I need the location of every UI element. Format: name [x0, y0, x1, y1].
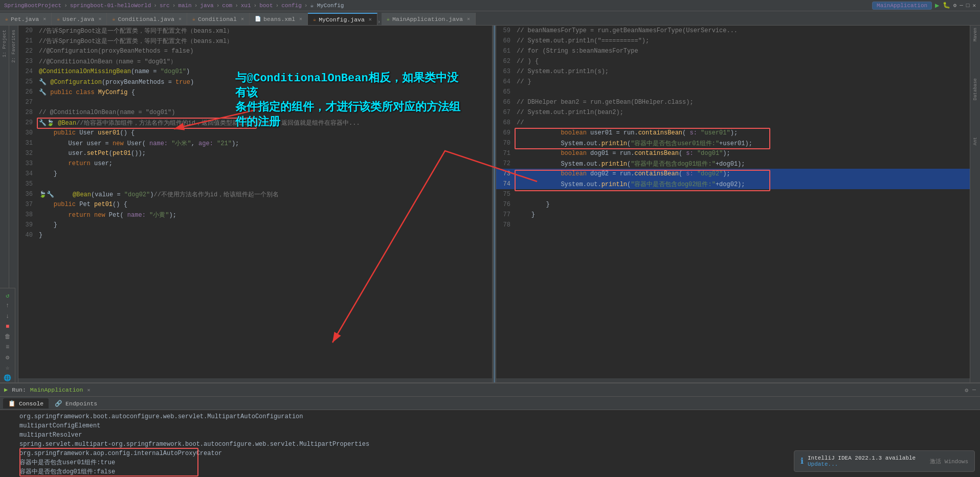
right-hscrollbar[interactable]	[496, 378, 970, 382]
breadcrumb-java[interactable]: java	[200, 3, 213, 9]
code-line-30: 30 public User user01() {	[18, 128, 492, 138]
topbar: SpringBootProject › springboot-01-helloW…	[0, 0, 980, 11]
right-code-line-70: 70 System.out.println("容器中是否包含user01组件:"…	[496, 138, 970, 148]
settings-bottom-icon[interactable]: ⚙	[3, 353, 13, 361]
editor-divider	[492, 26, 496, 382]
tab-pet-java[interactable]: ☕ Pet.java ✕	[0, 13, 52, 25]
code-line-26: 26 🔧 public class MyConfig {	[18, 87, 492, 97]
bookmark-icon[interactable]: ☆	[3, 364, 13, 372]
database-label[interactable]: Database	[973, 78, 978, 100]
ant-label[interactable]: Ant	[973, 137, 978, 145]
right-code-line-59: 59 // beanNamesForType = run.getBeanName…	[496, 26, 970, 36]
right-code-line-76: 76 }	[496, 199, 970, 210]
right-code-line-63: 63 // System.out.println(s);	[496, 66, 970, 77]
maximize-icon[interactable]: □	[966, 3, 970, 9]
tab-conditional[interactable]: ☕ Conditional ✕	[187, 13, 250, 25]
close-icon[interactable]: ✕	[972, 2, 976, 9]
sidebar-item-project[interactable]: 1: Project	[2, 30, 7, 57]
scroll-down-icon[interactable]: ↓	[3, 312, 13, 320]
run-close-icon[interactable]: ✕	[87, 387, 90, 393]
filter-icon[interactable]: ≡	[3, 343, 13, 351]
intellij-notification: ℹ IntelliJ IDEA 2022.1.3 available Updat…	[794, 450, 975, 472]
tab-overflow-arrow[interactable]: ›	[377, 19, 382, 25]
run-button[interactable]: ▶	[935, 1, 939, 10]
tabbar: ☕ Pet.java ✕ ☕ User.java ✕ ☕ Conditional…	[0, 11, 980, 26]
code-line-27: 27	[18, 97, 492, 107]
code-line-24: 24 @ConditionalOnMissingBean(name = "dog…	[18, 66, 492, 77]
breadcrumb: SpringBootProject › springboot-01-helloW…	[4, 2, 872, 9]
code-line-28: 28 // @ConditionalOnBean(name = "dog01")	[18, 107, 492, 118]
tab-conditional-java[interactable]: ☕ Conditional.java ✕	[107, 13, 187, 25]
code-line-20: 20 //告诉SpringBoot这是一个配置类，等同于配置文件（beans.x…	[18, 26, 492, 36]
clear-icon[interactable]: 🗑	[3, 333, 13, 341]
run-app-icon: ▶	[4, 386, 8, 394]
maven-label[interactable]: Maven	[973, 28, 978, 41]
right-controls: MainApplication ▶ 🐛 ⚙ ─ □ ✕	[872, 1, 976, 10]
minimize-icon[interactable]: ─	[960, 3, 963, 9]
code-line-21: 21 //告诉SpringBoot这是一个配置类，等同于配置文件（beans.x…	[18, 36, 492, 46]
tab-console[interactable]: 📋 Console	[3, 398, 49, 408]
breadcrumb-module[interactable]: springboot-01-helloWorld	[70, 3, 151, 9]
console-line-2: multipartResolver	[19, 430, 976, 440]
right-code-line-75: 75	[496, 189, 970, 199]
left-code-panel: 20 //告诉SpringBoot这是一个配置类，等同于配置文件（beans.x…	[18, 26, 492, 382]
console-line-0: org.springframework.boot.autoconfigure.w…	[19, 412, 976, 421]
run-header: ▶ Run: MainApplication ✕ ⚙ ─	[0, 383, 980, 397]
code-line-34: 34 }	[18, 169, 492, 179]
run-app-name: MainApplication	[30, 387, 83, 393]
run-config-selector[interactable]: MainApplication	[872, 2, 932, 10]
code-line-39: 39 }	[18, 220, 492, 230]
settings-icon[interactable]: ⚙	[953, 2, 957, 9]
stop-icon[interactable]: ■	[3, 323, 13, 331]
breadcrumb-myconfig[interactable]: ☕ MyConfig	[310, 2, 344, 9]
breadcrumb-main[interactable]: main	[178, 3, 191, 9]
run-label: Run:	[12, 387, 26, 393]
tab-mainapplication-java[interactable]: ☕ MainApplication.java ✕	[382, 13, 476, 25]
breadcrumb-xu1[interactable]: xu1	[241, 3, 251, 9]
debug-button[interactable]: 🐛	[943, 2, 950, 9]
code-line-22: 22 //@Configuration(proxyBeanMethods = f…	[18, 46, 492, 56]
left-hscrollbar[interactable]	[18, 378, 492, 382]
code-line-40: 40 }	[18, 230, 492, 240]
right-code-line-74: 74 System.out.println("容器中是否包含dog02组件:"+…	[496, 179, 970, 189]
notification-update-link[interactable]: Update...	[808, 461, 838, 467]
code-line-35: 35	[18, 179, 492, 189]
tab-myconfig-java[interactable]: ☕ MyConfig.java ✕	[308, 13, 377, 25]
right-code-line-62: 62 // ) {	[496, 56, 970, 66]
right-code-line-77: 77 }	[496, 210, 970, 220]
right-code-line-67: 67 // System.out.println(bean2);	[496, 107, 970, 118]
code-line-29: 29 🔧🍃 @Bean//给容器中添加组件，方法名作为组件的id，返回值类型就是…	[18, 118, 492, 128]
console-line-1: multipartConfigElement	[19, 421, 976, 430]
right-code-line-68: 68 //	[496, 118, 970, 128]
right-code-panel: 59 // beanNamesForType = run.getBeanName…	[496, 26, 970, 382]
breadcrumb-config[interactable]: config	[281, 3, 302, 9]
breadcrumb-project[interactable]: SpringBootProject	[4, 3, 61, 9]
tab-endpoints[interactable]: 🔗 Endpoints	[50, 398, 102, 408]
right-code-line-65: 65	[496, 87, 970, 97]
rerun-icon[interactable]: ↺	[3, 291, 13, 300]
tab-user-java[interactable]: ☕ User.java ✕	[52, 13, 107, 25]
code-line-25: 25 🔧 @Configuration(proxyBeanMethods = t…	[18, 77, 492, 87]
right-code-line-69: 69 boolean user01 = run.containsBean( s:…	[496, 128, 970, 138]
breadcrumb-com[interactable]: com	[222, 3, 232, 9]
scroll-up-icon[interactable]: ↑	[3, 302, 13, 310]
right-code-line-71: 71 boolean dog01 = run.containsBean( s: …	[496, 148, 970, 158]
breadcrumb-src[interactable]: src	[160, 3, 170, 9]
web-icon[interactable]: 🌐	[3, 374, 13, 382]
code-line-31: 31 User user = new User( name: "小米", age…	[18, 138, 492, 148]
console-tabs: 📋 Console 🔗 Endpoints	[0, 397, 980, 410]
bottom-action-bar: ↺ ↑ ↓ ■ 🗑 ≡ ⚙ ☆ 🌐	[0, 288, 15, 382]
notification-icon: ℹ	[800, 456, 804, 466]
run-settings-icon[interactable]: ⚙	[965, 387, 968, 394]
right-code-line-60: 60 // System.out.println("==========");	[496, 36, 970, 46]
right-code-line-64: 64 // }	[496, 77, 970, 87]
tab-beans-xml[interactable]: 📄 beans.xml ✕	[250, 13, 308, 25]
code-line-32: 32 user.setPet(pet01());	[18, 148, 492, 158]
breadcrumb-boot[interactable]: boot	[259, 3, 273, 9]
code-line-37: 37 public Pet pet01() {	[18, 199, 492, 210]
sidebar-item-favorites[interactable]: 2: Favorites	[11, 30, 16, 63]
console-line-3: spring.servlet.multipart-org.springframe…	[19, 440, 976, 449]
run-collapse-icon[interactable]: ─	[972, 387, 976, 393]
code-lines-right: 59 // beanNamesForType = run.getBeanName…	[496, 26, 970, 230]
right-code-line-61: 61 // for (String s:beanNamesForType	[496, 46, 970, 56]
